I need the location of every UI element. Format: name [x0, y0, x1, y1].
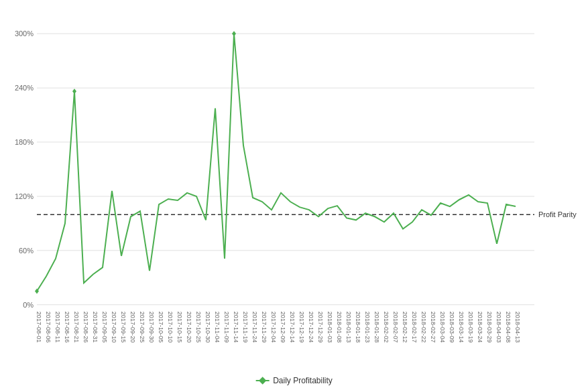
svg-text:2018-04-03: 2018-04-03: [495, 312, 502, 342]
svg-text:2017-10-20: 2017-10-20: [186, 312, 192, 342]
svg-text:2018-02-02: 2018-02-02: [383, 312, 390, 342]
svg-text:0%: 0%: [23, 301, 34, 309]
svg-text:2017-10-15: 2017-10-15: [176, 312, 183, 342]
svg-text:2017-08-06: 2017-08-06: [45, 312, 52, 342]
chart-container: 300% 240% 180% 120% 60% 0% Profit Parity…: [0, 0, 588, 392]
svg-text:2017-10-30: 2017-10-30: [204, 312, 211, 342]
svg-text:2017-12-24: 2017-12-24: [308, 312, 314, 342]
svg-text:2017-09-10: 2017-09-10: [111, 312, 117, 342]
svg-text:2018-02-27: 2018-02-27: [430, 312, 436, 342]
chart-area: 300% 240% 180% 120% 60% 0% Profit Parity…: [37, 13, 534, 325]
svg-text:2017-09-20: 2017-09-20: [129, 312, 136, 342]
svg-text:2018-01-03: 2018-01-03: [327, 312, 333, 342]
svg-text:2018-01-13: 2018-01-13: [345, 312, 352, 342]
svg-text:2018-03-09: 2018-03-09: [449, 312, 455, 342]
svg-text:2017-12-14: 2017-12-14: [289, 312, 296, 342]
svg-text:2018-02-17: 2018-02-17: [411, 312, 418, 342]
svg-text:2017-10-25: 2017-10-25: [195, 312, 202, 342]
svg-text:2017-10-05: 2017-10-05: [158, 312, 164, 342]
svg-text:2017-08-11: 2017-08-11: [54, 312, 61, 342]
svg-text:2018-01-23: 2018-01-23: [364, 312, 371, 342]
svg-text:2017-09-25: 2017-09-25: [139, 312, 145, 342]
svg-text:2018-01-28: 2018-01-28: [373, 312, 380, 342]
svg-text:2017-12-04: 2017-12-04: [270, 312, 277, 342]
svg-text:2017-08-01: 2017-08-01: [36, 312, 42, 342]
svg-text:60%: 60%: [19, 247, 34, 255]
data-point: [232, 31, 236, 36]
svg-text:2017-09-15: 2017-09-15: [120, 312, 127, 342]
svg-text:2017-09-05: 2017-09-05: [101, 312, 108, 342]
main-chart: 300% 240% 180% 120% 60% 0% Profit Parity…: [37, 13, 534, 325]
svg-text:2017-11-04: 2017-11-04: [214, 312, 221, 342]
svg-text:2018-03-29: 2018-03-29: [486, 312, 493, 342]
svg-text:2017-12-29: 2017-12-29: [317, 312, 324, 342]
svg-text:2018-04-08: 2018-04-08: [505, 312, 512, 342]
svg-text:2018-01-08: 2018-01-08: [336, 312, 343, 342]
svg-text:2018-03-14: 2018-03-14: [458, 312, 465, 342]
svg-text:2018-03-24: 2018-03-24: [477, 312, 483, 342]
svg-text:2018-03-19: 2018-03-19: [467, 312, 474, 342]
svg-text:2018-04-13: 2018-04-13: [514, 312, 521, 342]
svg-text:2018-03-04: 2018-03-04: [439, 312, 446, 342]
svg-text:2018-01-18: 2018-01-18: [355, 312, 361, 342]
svg-text:180%: 180%: [15, 138, 34, 146]
svg-text:2018-02-07: 2018-02-07: [392, 312, 399, 342]
svg-text:2017-08-21: 2017-08-21: [73, 312, 80, 342]
svg-text:2017-11-14: 2017-11-14: [233, 312, 239, 342]
svg-text:2017-11-19: 2017-11-19: [242, 312, 249, 342]
svg-text:2017-12-19: 2017-12-19: [298, 312, 305, 342]
profitability-line: [37, 34, 516, 291]
svg-text:2017-10-10: 2017-10-10: [167, 312, 174, 342]
svg-text:2018-02-22: 2018-02-22: [420, 312, 427, 342]
svg-text:2017-08-16: 2017-08-16: [64, 312, 70, 342]
svg-text:2018-02-12: 2018-02-12: [402, 312, 408, 342]
svg-text:2017-12-09: 2017-12-09: [280, 312, 286, 342]
svg-text:2017-09-30: 2017-09-30: [148, 312, 155, 342]
svg-text:Profit Parity: Profit Parity: [538, 210, 577, 218]
legend-label: Daily Profitability: [273, 376, 333, 385]
data-point: [72, 88, 76, 94]
svg-text:2017-11-29: 2017-11-29: [261, 312, 268, 342]
chart-legend: Daily Profitability: [255, 376, 333, 385]
svg-text:300%: 300%: [15, 29, 34, 38]
svg-text:240%: 240%: [15, 84, 34, 92]
legend-diamond: [258, 377, 266, 384]
svg-text:120%: 120%: [15, 192, 34, 200]
legend-icon: [255, 377, 269, 385]
svg-text:2017-08-26: 2017-08-26: [82, 312, 89, 342]
svg-text:2017-11-09: 2017-11-09: [223, 312, 230, 342]
svg-text:2017-08-31: 2017-08-31: [92, 312, 99, 342]
svg-text:2017-11-24: 2017-11-24: [251, 312, 258, 342]
